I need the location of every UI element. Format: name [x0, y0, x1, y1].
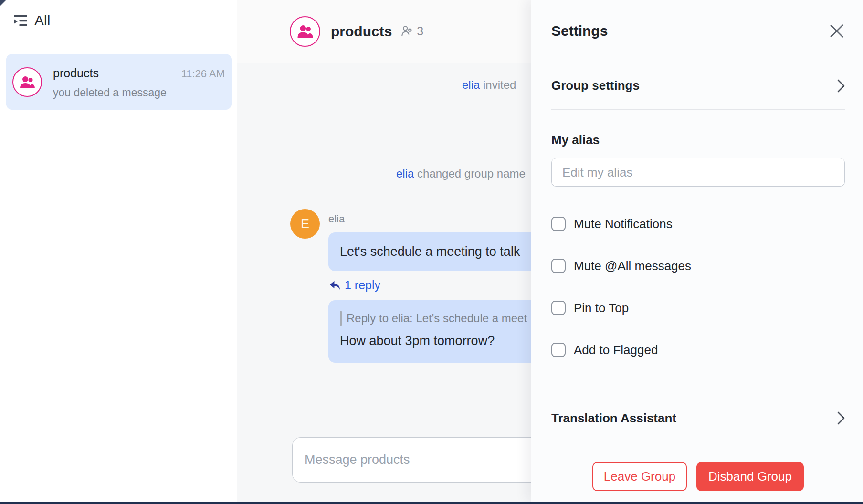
sidebar-header: All: [0, 0, 237, 29]
reply-arrow-icon: [329, 280, 340, 291]
system-message-invited: elia invited: [462, 78, 516, 92]
chat-title: products: [331, 23, 392, 40]
conversation-item-products[interactable]: products 11:26 AM you deleted a message: [6, 54, 232, 110]
group-avatar: [12, 67, 42, 97]
conversation-name: products: [53, 66, 99, 80]
checkbox-label: Mute @All messages: [574, 259, 691, 273]
alias-input[interactable]: [551, 158, 845, 187]
system-message-text: changed group name: [414, 167, 526, 180]
conversation-sidebar: All products 11:26 AM you deleted a mess…: [0, 0, 237, 502]
reply-count-label: 1 reply: [345, 278, 380, 292]
reply-thread-link[interactable]: 1 reply: [329, 278, 380, 292]
translation-assistant-label: Translation Assistant: [551, 411, 676, 426]
member-count: 3: [417, 24, 423, 38]
translation-assistant-row[interactable]: Translation Assistant: [531, 404, 863, 432]
members-icon: [400, 25, 413, 38]
settings-title: Settings: [551, 23, 608, 39]
close-button[interactable]: [827, 21, 847, 41]
chat-group-avatar[interactable]: [290, 16, 320, 47]
sender-name: elia: [328, 213, 345, 225]
checkbox-label: Mute Notifications: [574, 217, 673, 231]
group-people-icon: [19, 75, 35, 89]
system-message-rename: elia changed group name: [396, 167, 526, 180]
settings-panel: Settings Group settings My alias Mute No…: [531, 0, 863, 502]
checkbox[interactable]: [551, 343, 566, 357]
close-icon: [828, 22, 845, 40]
checkbox-add-to-flagged[interactable]: Add to Flagged: [551, 343, 845, 357]
window-bottom-edge: [0, 502, 863, 504]
app-window: All products 11:26 AM you deleted a mess…: [0, 0, 863, 504]
chevron-right-icon: [837, 79, 845, 93]
quote-bar: [340, 311, 342, 326]
system-message-text: invited: [480, 78, 516, 91]
my-alias-label: My alias: [551, 133, 845, 147]
divider: [551, 385, 845, 385]
system-message-actor[interactable]: elia: [396, 167, 414, 180]
checkbox[interactable]: [551, 217, 566, 231]
group-people-icon: [296, 24, 314, 39]
checkbox-mute-notifications[interactable]: Mute Notifications: [551, 217, 845, 231]
quote-text: Reply to elia: Let's schedule a meet: [347, 312, 527, 325]
checkbox-mute-at-all[interactable]: Mute @All messages: [551, 259, 845, 273]
conversation-timestamp: 11:26 AM: [181, 68, 225, 80]
group-settings-label: Group settings: [551, 78, 640, 93]
sidebar-filter-label[interactable]: All: [34, 12, 50, 29]
window-corner-notch: [0, 0, 6, 6]
checkbox-label: Add to Flagged: [574, 343, 658, 357]
settings-checkbox-list: Mute Notifications Mute @All messages Pi…: [531, 217, 863, 357]
system-message-actor[interactable]: elia: [462, 78, 480, 91]
checkbox[interactable]: [551, 259, 566, 273]
chevron-right-icon: [837, 411, 845, 425]
disband-group-button[interactable]: Disband Group: [696, 462, 804, 491]
leave-group-button[interactable]: Leave Group: [592, 462, 687, 491]
unfold-menu-icon[interactable]: [13, 14, 28, 27]
settings-panel-header: Settings: [531, 0, 863, 62]
conversation-preview: you deleted a message: [53, 86, 167, 99]
member-count-badge[interactable]: 3: [400, 24, 423, 38]
sender-avatar[interactable]: E: [290, 209, 320, 239]
checkbox-label: Pin to Top: [574, 301, 629, 315]
panel-action-buttons: Leave Group Disband Group: [551, 462, 845, 491]
checkbox-pin-to-top[interactable]: Pin to Top: [551, 301, 845, 315]
group-settings-row[interactable]: Group settings: [551, 62, 845, 110]
checkbox[interactable]: [551, 301, 566, 315]
